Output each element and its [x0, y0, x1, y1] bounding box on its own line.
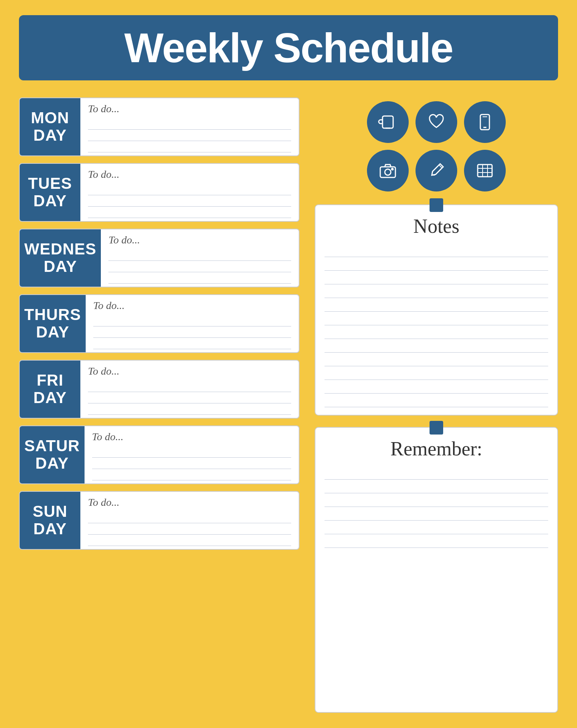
- line: [88, 403, 291, 415]
- svg-rect-10: [478, 165, 492, 177]
- note-line: [325, 339, 548, 353]
- notes-box: Notes: [315, 204, 558, 416]
- line: [88, 141, 291, 152]
- header: Weekly Schedule: [19, 15, 558, 80]
- line: [93, 315, 291, 327]
- day-row-wednesday: WEDNES DAYTo do...: [19, 229, 299, 287]
- note-line: [325, 243, 548, 257]
- page-wrapper: Weekly Schedule MON DAYTo do...TUES DAYT…: [0, 0, 577, 728]
- lines-area-saturday: [92, 447, 291, 480]
- notes-lines: [325, 243, 548, 407]
- day-content-wednesday: To do...: [101, 229, 299, 287]
- day-row-tuesday: TUES DAYTo do...: [19, 163, 299, 222]
- todo-label-thursday: To do...: [93, 300, 291, 312]
- day-row-monday: MON DAYTo do...: [19, 97, 299, 156]
- day-label-sunday: SUN DAY: [20, 492, 80, 549]
- line: [88, 184, 291, 196]
- todo-label-friday: To do...: [88, 365, 291, 377]
- main-content: MON DAYTo do...TUES DAYTo do...WEDNES DA…: [19, 97, 558, 713]
- heart-icon: [416, 101, 457, 143]
- remember-box: Remember:: [315, 427, 558, 713]
- lines-area-friday: [88, 381, 291, 415]
- line: [108, 250, 291, 261]
- line: [88, 207, 291, 218]
- day-content-monday: To do...: [80, 98, 299, 155]
- pencil-icon: [416, 150, 457, 191]
- line: [88, 523, 291, 535]
- day-content-thursday: To do...: [86, 295, 299, 352]
- line: [93, 326, 291, 338]
- day-row-thursday: THURS DAYTo do...: [19, 294, 299, 353]
- remember-lines: [325, 466, 548, 548]
- cup-icon: [367, 101, 409, 143]
- note-line: [325, 284, 548, 298]
- svg-point-7: [392, 168, 393, 170]
- page-title: Weekly Schedule: [124, 26, 453, 70]
- line: [88, 392, 291, 403]
- line: [93, 338, 291, 349]
- remember-line: [325, 507, 548, 521]
- svg-rect-0: [383, 116, 393, 128]
- todo-label-tuesday: To do...: [88, 168, 291, 180]
- day-label-thursday: THURS DAY: [20, 295, 86, 352]
- camera-icon: [367, 150, 409, 191]
- svg-point-6: [385, 169, 391, 175]
- line: [88, 535, 291, 546]
- line: [88, 119, 291, 130]
- calendar-icon: [464, 150, 506, 191]
- remember-pin: [430, 421, 443, 435]
- note-line: [325, 353, 548, 366]
- note-line: [325, 257, 548, 271]
- note-line: [325, 271, 548, 284]
- day-label-monday: MON DAY: [20, 98, 80, 155]
- line: [92, 458, 291, 469]
- day-row-friday: FRI DAYTo do...: [19, 360, 299, 419]
- day-label-tuesday: TUES DAY: [20, 164, 80, 221]
- note-line: [325, 325, 548, 339]
- todo-label-sunday: To do...: [88, 496, 291, 508]
- day-content-friday: To do...: [80, 361, 299, 418]
- line: [108, 261, 291, 272]
- line: [92, 469, 291, 480]
- todo-label-saturday: To do...: [92, 431, 291, 443]
- line: [92, 447, 291, 458]
- note-line: [325, 298, 548, 312]
- days-column: MON DAYTo do...TUES DAYTo do...WEDNES DA…: [19, 97, 299, 713]
- remember-line: [325, 534, 548, 548]
- todo-label-wednesday: To do...: [108, 234, 291, 246]
- line: [88, 195, 291, 207]
- remember-line: [325, 521, 548, 534]
- day-label-friday: FRI DAY: [20, 361, 80, 418]
- lines-area-thursday: [93, 315, 291, 349]
- day-row-saturday: SATUR DAYTo do...: [19, 425, 299, 484]
- day-content-tuesday: To do...: [80, 164, 299, 221]
- day-content-sunday: To do...: [80, 492, 299, 549]
- remember-line: [325, 493, 548, 507]
- line: [88, 381, 291, 392]
- lines-area-sunday: [88, 512, 291, 546]
- remember-line: [325, 466, 548, 480]
- right-column: Notes Remember:: [315, 97, 558, 713]
- note-line: [325, 366, 548, 380]
- remember-line: [325, 480, 548, 493]
- remember-title: Remember:: [325, 438, 548, 460]
- lines-area-tuesday: [88, 184, 291, 218]
- note-line: [325, 380, 548, 394]
- icons-grid: [315, 97, 558, 195]
- line: [88, 512, 291, 524]
- day-row-sunday: SUN DAYTo do...: [19, 491, 299, 550]
- line: [108, 272, 291, 284]
- day-label-wednesday: WEDNES DAY: [20, 229, 101, 287]
- notes-title: Notes: [325, 215, 548, 237]
- day-content-saturday: To do...: [85, 426, 299, 483]
- note-line: [325, 394, 548, 407]
- line: [88, 130, 291, 141]
- day-label-saturday: SATUR DAY: [20, 426, 85, 483]
- notes-pin: [430, 198, 443, 212]
- phone-icon: [464, 101, 506, 143]
- note-line: [325, 312, 548, 325]
- lines-area-monday: [88, 119, 291, 152]
- todo-label-monday: To do...: [88, 103, 291, 115]
- lines-area-wednesday: [108, 250, 291, 284]
